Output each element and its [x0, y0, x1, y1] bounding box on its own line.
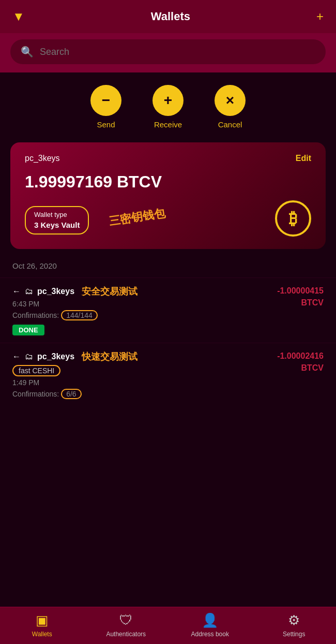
send-icon: − [90, 85, 121, 116]
tx-conf-value-1: 144/144 [61, 310, 98, 320]
tx-top: ← 🗂 pc_3keys 快速交易测试 fast CESHI 1:49 PM C… [12, 350, 324, 403]
wallet-type-label: Wallet type [34, 210, 80, 219]
cancel-label: Cancel [218, 120, 242, 129]
tx-top: ← 🗂 pc_3keys 安全交易测试 6:43 PM Confirmation… [12, 285, 324, 335]
search-icon: 🔍 [21, 46, 34, 58]
date-label: Oct 26, 2020 [0, 261, 336, 277]
settings-nav-label: Settings [283, 631, 305, 638]
wallet-icon-2: 🗂 [25, 352, 33, 361]
nav-item-wallets[interactable]: ▣ Wallets [21, 612, 63, 638]
search-field-container[interactable]: 🔍 [10, 39, 326, 64]
wallet-name: pc_3keys [25, 154, 60, 163]
wallet-type-badge: Wallet type 3 Keys Vault [25, 206, 89, 235]
wallets-nav-label: Wallets [32, 631, 52, 638]
search-bar: 🔍 [0, 33, 336, 72]
nav-item-settings[interactable]: ⚙ Settings [273, 612, 315, 638]
tx-conf-label-2: Confirmations: [12, 390, 59, 398]
tx-conf-value-2: 6/6 [61, 389, 81, 399]
tx-direction-icon: ← [12, 287, 21, 296]
tx-currency-2: BTCV [301, 363, 324, 372]
search-input[interactable] [40, 47, 315, 57]
tx-title-row-2: ← 🗂 pc_3keys 快速交易测试 [12, 350, 277, 363]
wallets-icon: ▣ [36, 612, 49, 628]
tx-sublabel: fast CESHI [12, 365, 60, 376]
cancel-icon: × [215, 85, 246, 116]
wallet-edit-button[interactable]: Edit [296, 154, 311, 163]
receive-label: Receive [154, 120, 182, 129]
nav-item-authenticators[interactable]: 🛡 Authenticators [105, 612, 147, 638]
transaction-item[interactable]: ← 🗂 pc_3keys 快速交易测试 fast CESHI 1:49 PM C… [0, 343, 336, 411]
tx-title-row: ← 🗂 pc_3keys 安全交易测试 [12, 285, 277, 298]
tx-annotation-2: 快速交易测试 [82, 350, 138, 363]
tx-amount-value-2: -1.00002416 [277, 352, 324, 360]
nav-item-address-book[interactable]: 👤 Address book [189, 612, 231, 638]
bottom-nav: ▣ Wallets 🛡 Authenticators 👤 Address boo… [0, 607, 336, 644]
tx-confirmations-1: Confirmations: 144/144 [12, 310, 277, 320]
tx-left: ← 🗂 pc_3keys 快速交易测试 fast CESHI 1:49 PM C… [12, 350, 277, 403]
wallet-icon: 🗂 [25, 287, 33, 296]
tx-amount-value-1: -1.00000415 [277, 286, 324, 295]
action-row: − Send + Receive × Cancel [0, 72, 336, 137]
tx-conf-label-1: Confirmations: [12, 311, 59, 319]
tx-annotation-1: 安全交易测试 [82, 285, 138, 298]
send-label: Send [97, 120, 115, 129]
tx-amount-2: -1.00002416 BTCV [277, 350, 324, 374]
wallet-card-header: pc_3keys Edit [25, 154, 311, 163]
tx-time-1: 6:43 PM [12, 300, 277, 308]
wallet-type-value: 3 Keys Vault [34, 219, 80, 230]
receive-button[interactable]: + Receive [152, 85, 184, 129]
page-title: Wallets [151, 10, 190, 23]
transaction-item[interactable]: ← 🗂 pc_3keys 安全交易测试 6:43 PM Confirmation… [0, 277, 336, 343]
address-book-icon: 👤 [202, 612, 218, 628]
cancel-button[interactable]: × Cancel [215, 85, 246, 129]
add-icon[interactable]: + [316, 9, 324, 24]
app-header: ▼ Wallets + [0, 0, 336, 33]
tx-currency-1: BTCV [301, 298, 324, 307]
tx-left: ← 🗂 pc_3keys 安全交易测试 6:43 PM Confirmation… [12, 285, 277, 335]
settings-icon: ⚙ [288, 612, 300, 628]
tx-direction-icon-2: ← [12, 352, 21, 361]
tx-confirmations-2: Confirmations: 6/6 [12, 389, 277, 399]
receive-icon: + [152, 85, 184, 116]
address-book-nav-label: Address book [191, 631, 229, 638]
tx-wallet-name: pc_3keys [37, 287, 74, 296]
tx-status-done: DONE [12, 325, 44, 335]
tx-time-2: 1:49 PM [12, 378, 277, 387]
filter-icon[interactable]: ▼ [12, 9, 25, 24]
authenticators-icon: 🛡 [119, 612, 133, 628]
wallet-card[interactable]: pc_3keys Edit 1.99997169 BTCV Wallet typ… [10, 142, 326, 249]
wallet-balance: 1.99997169 BTCV [25, 172, 311, 192]
tx-wallet-name-2: pc_3keys [37, 352, 74, 361]
tx-amount-1: -1.00000415 BTCV [277, 285, 324, 309]
authenticators-nav-label: Authenticators [106, 631, 146, 638]
btc-icon: ₿ [275, 200, 311, 237]
send-button[interactable]: − Send [90, 85, 121, 129]
